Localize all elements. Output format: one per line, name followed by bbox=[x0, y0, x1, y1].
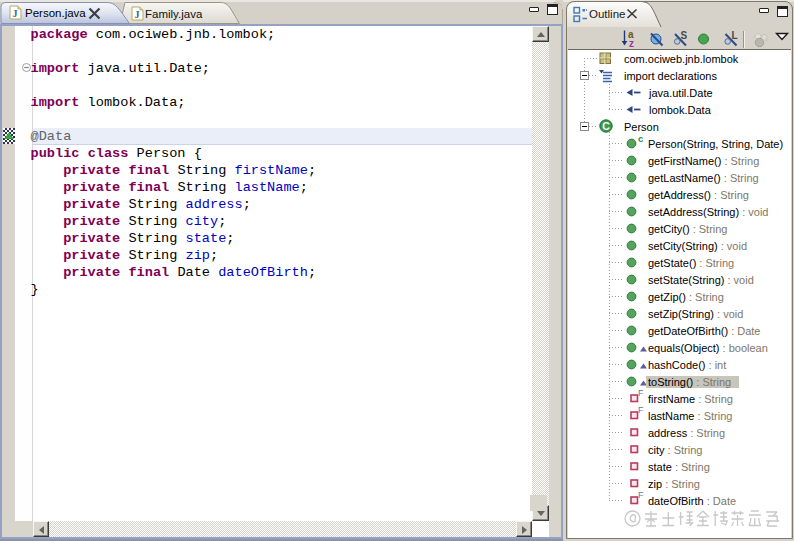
svg-text:L: L bbox=[732, 30, 738, 41]
svg-text:C: C bbox=[602, 120, 610, 132]
svg-text:J: J bbox=[13, 8, 18, 19]
svg-text:J: J bbox=[135, 9, 140, 20]
svg-text:z: z bbox=[629, 38, 634, 49]
svg-text:S: S bbox=[681, 30, 688, 41]
